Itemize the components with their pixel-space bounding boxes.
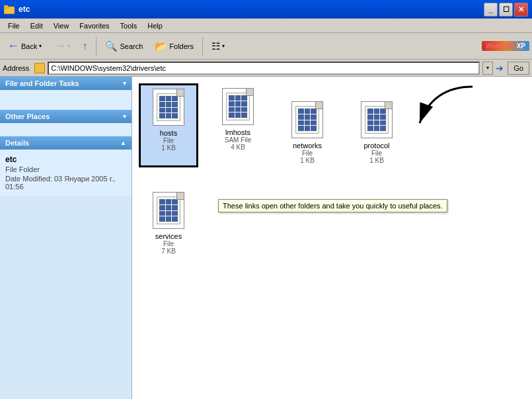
file-folder-tasks-header[interactable]: File and Folder Tasks ▾: [0, 77, 132, 90]
file-item-services[interactable]: services File 7 KB: [139, 187, 198, 258]
details-section: Details ▲ etc File Folder Date Modified:…: [0, 136, 132, 196]
address-label: Address: [3, 64, 32, 72]
services-name: services: [155, 232, 182, 240]
other-places-section: Other Places ▾: [0, 110, 132, 136]
forward-button[interactable]: → ▾: [49, 36, 75, 57]
files-grid: hosts File 1 KB lmhosts: [139, 83, 525, 258]
other-places-collapse-icon: ▾: [123, 113, 126, 120]
search-icon: 🔍: [105, 40, 118, 52]
menu-edit[interactable]: Edit: [25, 21, 48, 31]
main-layout: File and Folder Tasks ▾ Other Places ▾ D…: [0, 77, 532, 399]
details-collapse-icon: ▲: [120, 140, 126, 146]
tooltip: These links open other folders and take …: [218, 199, 447, 212]
services-icon-container: [149, 191, 188, 230]
close-button[interactable]: ✕: [514, 3, 528, 17]
views-icon: ☷: [211, 40, 220, 52]
hosts-type: File: [163, 137, 174, 144]
lmhosts-name: lmhosts: [225, 128, 250, 136]
forward-dropdown-arrow-icon: ▾: [67, 43, 70, 49]
file-item-lmhosts[interactable]: lmhosts SAM File 4 KB: [208, 83, 268, 167]
up-button[interactable]: ↑: [77, 36, 92, 57]
search-label: Search: [120, 42, 143, 50]
details-content: etc File Folder Date Modified: 03 Януари…: [0, 150, 132, 196]
tooltip-text: These links open other folders and take …: [223, 202, 443, 210]
networks-type: File: [302, 150, 313, 157]
file-folder-tasks-content: [0, 90, 132, 110]
hosts-name: hosts: [160, 129, 177, 137]
views-dropdown-arrow-icon: ▾: [222, 43, 225, 49]
menu-help[interactable]: Help: [142, 21, 168, 31]
other-places-content: [0, 123, 132, 136]
menu-view[interactable]: View: [48, 21, 75, 31]
forward-arrow-icon: →: [54, 39, 65, 53]
protocol-size: 1 KB: [369, 157, 384, 164]
back-button[interactable]: ← Back ▾: [3, 36, 46, 57]
svg-rect-2: [4, 5, 8, 7]
folders-button[interactable]: 📂 Folders: [150, 36, 198, 57]
address-dropdown-button[interactable]: ▾: [482, 62, 493, 75]
file-item-networks[interactable]: networks File 1 KB: [278, 97, 337, 167]
protocol-icon-container: [357, 100, 397, 140]
toolbar-separator-2: [202, 37, 203, 56]
protocol-doc-icon: [361, 101, 393, 138]
maximize-button[interactable]: ☐: [499, 3, 513, 17]
protocol-type: File: [371, 150, 382, 157]
hosts-size: 1 KB: [161, 144, 176, 152]
file-folder-tasks-label: File and Folder Tasks: [5, 79, 79, 87]
file-item-protocol[interactable]: protocol File 1 KB: [347, 97, 406, 167]
other-places-header[interactable]: Other Places ▾: [0, 110, 132, 123]
menu-bar: File Edit View Favorites Tools Help: [0, 19, 532, 33]
lmhosts-size: 4 KB: [231, 144, 245, 151]
menu-favorites[interactable]: Favorites: [74, 21, 114, 31]
window-title: etc: [19, 5, 30, 14]
details-folder-name: etc: [5, 155, 126, 164]
back-label: Back: [21, 42, 37, 50]
details-date-modified: Date Modified: 03 Януари 2005 г., 01:56: [5, 175, 126, 191]
xp-logo: Windows XP: [482, 41, 529, 51]
window-controls: _ ☐ ✕: [484, 3, 528, 17]
file-area: hosts File 1 KB lmhosts: [132, 77, 532, 399]
file-folder-tasks-section: File and Folder Tasks ▾: [0, 77, 132, 110]
file-folder-tasks-collapse-icon: ▾: [123, 80, 126, 87]
left-panel: File and Folder Tasks ▾ Other Places ▾ D…: [0, 77, 132, 399]
details-header[interactable]: Details ▲: [0, 136, 132, 150]
protocol-name: protocol: [363, 142, 389, 150]
go-arrow-icon: ➔: [496, 63, 504, 73]
address-bar: Address ▾ ➔ Go: [0, 60, 532, 77]
details-label: Details: [5, 139, 29, 147]
go-label: Go: [513, 64, 523, 72]
folders-label: Folders: [169, 42, 194, 50]
networks-size: 1 KB: [300, 157, 315, 164]
services-doc-icon: [153, 192, 184, 229]
networks-name: networks: [293, 142, 322, 150]
toolbar-separator-1: [96, 37, 96, 56]
search-button[interactable]: 🔍 Search: [100, 36, 147, 57]
menu-file[interactable]: File: [3, 21, 25, 31]
services-type: File: [163, 240, 174, 247]
title-bar: etc _ ☐ ✕: [0, 0, 532, 19]
back-left-arrow-icon: ←: [7, 39, 19, 53]
networks-icon-container: [287, 100, 327, 140]
back-dropdown-arrow-icon: ▾: [39, 43, 42, 49]
details-folder-type: File Folder: [5, 165, 126, 173]
networks-doc-icon: [291, 101, 323, 138]
file-item-hosts[interactable]: hosts File 1 KB: [139, 83, 198, 167]
address-folder-icon: [34, 63, 45, 73]
folder-title-icon: [4, 4, 15, 15]
hosts-doc-icon: [153, 89, 184, 126]
folders-icon: 📂: [155, 40, 167, 52]
menu-tools[interactable]: Tools: [115, 21, 143, 31]
other-places-label: Other Places: [5, 112, 50, 120]
lmhosts-icon-container: [218, 87, 258, 126]
go-button[interactable]: Go: [508, 62, 529, 75]
toolbar: ← Back ▾ → ▾ ↑ 🔍 Search 📂 Folders ☷ ▾ Wi…: [0, 33, 532, 60]
lmhosts-type: SAM File: [225, 136, 252, 144]
lmhosts-doc-icon: [222, 88, 254, 125]
hosts-icon-container: [149, 87, 188, 127]
services-size: 7 KB: [161, 247, 176, 255]
views-button[interactable]: ☷ ▾: [207, 36, 229, 57]
address-input[interactable]: [48, 62, 480, 75]
up-arrow-icon: ↑: [82, 40, 87, 52]
minimize-button[interactable]: _: [484, 3, 498, 17]
